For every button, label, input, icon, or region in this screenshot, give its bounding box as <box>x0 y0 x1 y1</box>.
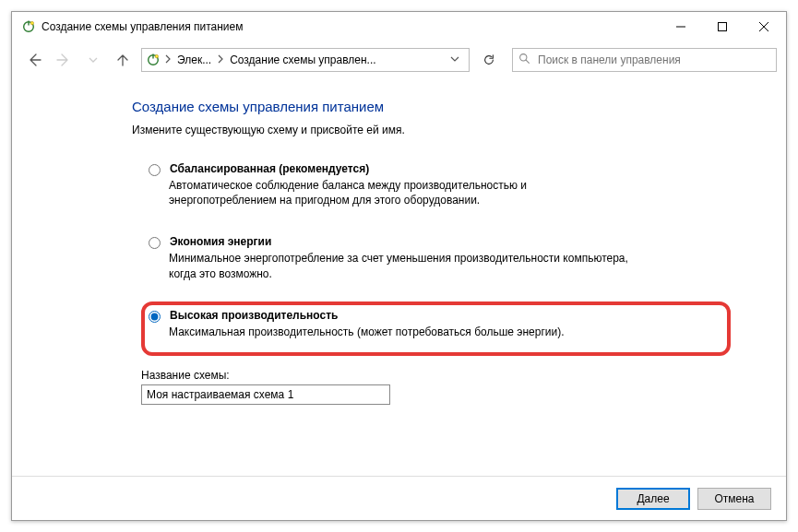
svg-rect-5 <box>152 54 153 59</box>
svg-point-2 <box>30 21 33 24</box>
breadcrumb-seg-1[interactable]: Элек... <box>175 53 213 66</box>
plan-balanced-row[interactable]: Сбалансированная (рекомендуется) <box>149 162 756 176</box>
maximize-button[interactable] <box>701 13 743 41</box>
svg-rect-3 <box>718 23 726 31</box>
window-title: Создание схемы управления питанием <box>42 20 243 33</box>
page-subtext: Измените существующую схему и присвойте … <box>132 124 768 136</box>
plan-balanced: Сбалансированная (рекомендуется) Автомат… <box>141 155 768 217</box>
search-box[interactable] <box>512 48 777 72</box>
page-heading: Создание схемы управления питанием <box>132 99 768 114</box>
plan-balanced-title: Сбалансированная (рекомендуется) <box>170 162 369 175</box>
minimize-button[interactable] <box>660 13 701 41</box>
forward-button[interactable] <box>51 47 77 73</box>
back-button[interactable] <box>21 47 47 73</box>
close-button[interactable] <box>743 13 784 41</box>
plan-saver-row[interactable]: Экономия энергии <box>149 235 756 249</box>
cancel-button[interactable]: Отмена <box>697 488 771 510</box>
address-history-dropdown[interactable] <box>445 53 465 66</box>
power-plan-icon <box>146 53 161 67</box>
plan-saver-radio[interactable] <box>149 237 161 249</box>
svg-point-6 <box>155 54 158 57</box>
svg-rect-1 <box>28 21 29 26</box>
content-area: Создание схемы управления питанием Измен… <box>12 78 786 476</box>
plan-high-row[interactable]: Высокая производительность <box>149 309 699 323</box>
chevron-right-icon <box>217 53 224 66</box>
up-button[interactable] <box>110 47 136 73</box>
plan-high-desc: Максимальная производительность (может п… <box>169 325 630 339</box>
scheme-name-input[interactable] <box>141 384 390 405</box>
plan-saver-title: Экономия энергии <box>170 235 271 248</box>
plan-high-radio[interactable] <box>149 311 161 323</box>
titlebar: Создание схемы управления питанием <box>12 12 786 41</box>
control-panel-window: Создание схемы управления питанием <box>11 11 787 521</box>
breadcrumb-seg-2[interactable]: Создание схемы управлен... <box>228 53 377 66</box>
plan-high-title: Высокая производительность <box>170 309 338 322</box>
search-input[interactable] <box>536 53 770 67</box>
plan-high-performance: Высокая производительность Максимальная … <box>141 301 731 356</box>
plan-balanced-radio[interactable] <box>149 164 161 176</box>
next-button[interactable]: Далее <box>616 488 690 510</box>
plan-saver-desc: Минимальное энергопотребление за счет ум… <box>169 251 630 280</box>
chevron-right-icon <box>164 53 172 66</box>
plan-saver: Экономия энергии Минимальное энергопотре… <box>141 228 768 290</box>
address-bar[interactable]: Элек... Создание схемы управлен... <box>141 48 470 72</box>
refresh-button[interactable] <box>477 48 501 72</box>
plan-balanced-desc: Автоматическое соблюдение баланса между … <box>169 178 630 207</box>
power-options-icon <box>21 19 36 34</box>
scheme-name-label: Название схемы: <box>141 369 768 382</box>
search-icon <box>518 53 530 67</box>
recent-locations-button[interactable] <box>80 47 106 73</box>
bottom-bar: Далее Отмена <box>12 476 786 520</box>
navigation-bar: Элек... Создание схемы управлен... <box>12 41 786 78</box>
